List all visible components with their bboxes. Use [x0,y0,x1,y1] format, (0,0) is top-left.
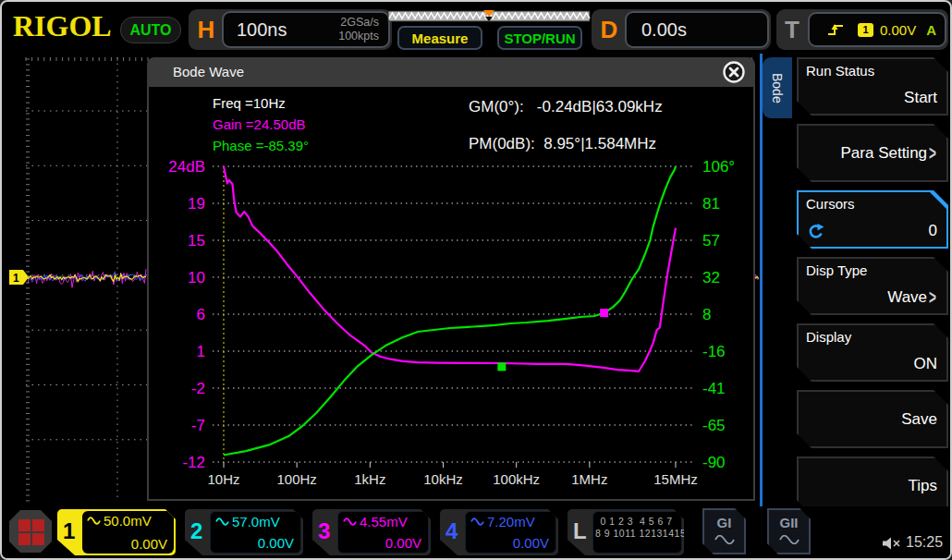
freq-tick-label: 100Hz [276,471,316,487]
delay-group: D 0.00s [592,9,771,50]
stop-run-button[interactable]: STOP/RUN [497,26,582,50]
speaker-muted-icon[interactable] [882,536,902,551]
gain-tick-label: 6 [197,306,205,323]
dialog-titlebar[interactable]: Bode Wave [147,57,755,87]
close-icon[interactable] [722,60,746,84]
gain-tick-label: 15 [188,232,205,250]
channel-offset: 0.00V [131,536,167,552]
menu-item-disp-type[interactable]: Disp TypeWave> [797,257,948,315]
channel-offset: 0.00V [513,535,549,551]
dialog-title: Bode Wave [173,64,244,79]
channel-number: 2 [190,518,202,544]
chevron-right-icon: > [929,140,936,165]
gain-tick-label: 24dB [168,158,205,176]
gen1-button[interactable]: GI [702,508,746,554]
channel-readout: 57.0mV0.00V [210,511,301,554]
gm-cursor-marker[interactable] [497,362,506,371]
gain-tick-label: -2 [191,380,205,397]
channel-status-row: 150.0mV0.00V257.0mV0.00V34.55mV0.00V47.2… [57,509,684,555]
phase-tick-label: 81 [702,195,720,213]
channel-2-box[interactable]: 257.0mV0.00V [185,509,303,555]
freq-tick-label: 10kHz [423,471,463,487]
chevron-right-icon: > [929,286,936,310]
logic-row-0-7: 0 1 2 3 4 5 6 7 [595,516,677,528]
trigger-group: T 1 0.00V A [776,9,948,50]
phase-tick-label: -16 [702,343,726,360]
timebase-box[interactable]: 100ns 2GSa/s 100kpts [222,11,390,48]
channel-scale: 50.0mV [104,513,152,529]
delay-label: D [593,9,625,50]
menu-item-value: Para Setting> [841,144,938,163]
menu-item-label: Run Status [806,63,874,79]
sidebar-menu: Run StatusStartPara Setting>Cursors0Disp… [797,57,948,515]
menu-item-label: Disp Type [806,262,867,278]
horizontal-label: H [190,9,222,50]
phase-tick-label: 57 [702,232,720,250]
channel-offset: 0.00V [258,535,294,551]
channel-offset: 0.00V [385,535,421,551]
ac-coupling-icon [87,517,101,525]
pm-cursor-marker[interactable] [600,309,608,317]
memory-depth: 100kpts [338,30,379,43]
sample-rate: 2GSa/s 100kpts [338,16,379,43]
ac-coupling-icon [215,517,229,526]
menu-item-run-status[interactable]: Run StatusStart [797,57,948,116]
channel-number: 1 [63,518,75,544]
trigger-mode: A [926,22,936,38]
menu-item-value: ON [914,355,938,373]
trigger-label: T [776,9,808,50]
sidebar-divider [760,54,763,508]
gain-tick-label: 19 [188,195,205,213]
channel-scale: 4.55mV [360,514,408,530]
menu-item-para-setting[interactable]: Para Setting> [797,124,948,182]
trigger-box[interactable]: 1 0.00V A [808,12,946,47]
gain-tick-label: 10 [188,269,205,286]
channel-4-box[interactable]: 47.20mV0.00V [440,509,558,555]
menu-item-value: Start [904,89,937,107]
menu-item-value: Wave> [887,288,937,307]
channel-readout: 4.55mV0.00V [337,511,429,554]
channel-readout: 7.20mV0.00V [465,511,556,554]
menu-item-display[interactable]: DisplayON [797,323,948,382]
phase-tick-label: 32 [702,269,720,286]
phase-tick-label: 106° [702,158,735,176]
rigol-logo: RIGOL [13,9,112,43]
svg-text:1: 1 [13,272,19,285]
channel-number: 4 [445,518,458,544]
gen2-label: GII [779,515,798,530]
gen2-button[interactable]: GII [767,508,811,554]
channel-scale: 57.0mV [232,514,280,530]
freq-tick-label: 1MHz [571,471,607,487]
logic-label: L [573,518,587,544]
clock: 15:25 [906,534,943,551]
delay-box[interactable]: 0.00s [625,11,769,48]
menu-item-label: Cursors [806,196,855,212]
freq-tick-label: 15MHz [653,471,698,487]
channel-3-box[interactable]: 34.55mV0.00V [312,509,431,555]
bottom-bar: 150.0mV0.00V257.0mV0.00V34.55mV0.00V47.2… [2,506,952,560]
gain-curve [224,166,676,371]
menu-item-save[interactable]: Save [797,390,948,448]
timebase-position-strip[interactable] [387,8,591,24]
bode-wave-dialog: Bode Wave Freq =10Hz Gain =24.50dB Phase… [147,57,755,501]
gain-tick-label: 1 [197,343,205,360]
channel-1-box[interactable]: 150.0mV0.00V [57,509,176,555]
menu-item-value: 0 [929,222,937,240]
menu-item-value: Save [901,410,937,429]
menu-item-cursors[interactable]: Cursors0 [797,190,948,249]
phase-tick-label: -65 [702,417,726,434]
phase-tick-label: -90 [702,454,726,471]
tab-bode[interactable]: Bode [763,57,792,118]
logic-channels-box[interactable]: L0 1 2 3 4 5 6 78 9 1011 12131415 [568,509,684,555]
measure-button[interactable]: Measure [397,26,482,50]
horizontal-group: H 100ns 2GSa/s 100kpts [189,9,392,50]
main-menu-button[interactable] [9,510,52,553]
ac-coupling-icon [343,517,357,526]
menu-item-label: Display [806,329,851,345]
sine-icon [714,535,735,544]
trigger-level: 0.00V [880,22,916,38]
phase-tick-label: 8 [702,306,711,323]
gen1-label: GI [717,515,732,530]
sine-icon [779,535,799,544]
rotate-icon [806,223,824,239]
